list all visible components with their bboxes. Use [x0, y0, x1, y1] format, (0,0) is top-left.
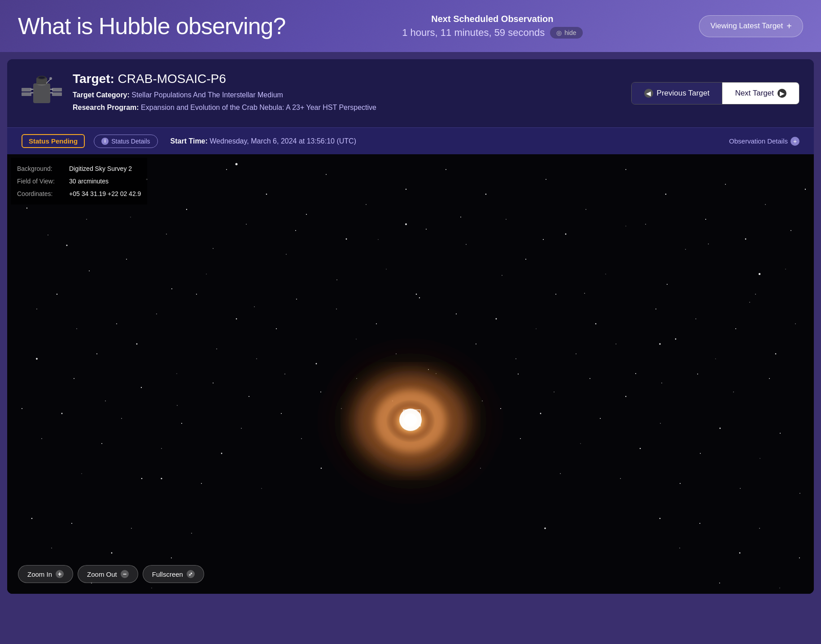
svg-point-129 [31, 518, 33, 519]
svg-point-126 [760, 458, 760, 458]
svg-point-103 [181, 423, 182, 424]
target-name: Target: CRAB-MOSAIC-P6 [73, 72, 376, 86]
status-bar: Status Pending i Status Details Start Ti… [7, 127, 814, 154]
starfield [7, 154, 814, 594]
svg-point-145 [799, 557, 800, 558]
svg-point-29 [286, 254, 286, 254]
svg-point-166 [554, 392, 554, 392]
svg-point-40 [506, 219, 506, 219]
svg-point-30 [306, 214, 307, 215]
fullscreen-button[interactable]: Fullscreen ⤢ [143, 565, 204, 583]
svg-point-167 [590, 378, 590, 379]
svg-point-73 [376, 323, 377, 324]
main-card: Target: CRAB-MOSAIC-P6 Target Category: … [7, 59, 814, 594]
svg-point-144 [779, 587, 780, 588]
hide-button[interactable]: ◎ hide [550, 27, 582, 39]
svg-point-21 [126, 259, 127, 260]
svg-point-133 [111, 553, 113, 554]
map-fov-row: Field of View: 30 arcminutes [17, 175, 141, 187]
zoom-out-label: Zoom Out [87, 570, 117, 578]
zoom-out-icon: − [121, 570, 129, 578]
svg-point-185 [543, 239, 544, 240]
svg-point-91 [735, 328, 736, 329]
svg-point-57 [57, 294, 57, 295]
target-navigation: ◀ Previous Target Next Target ▶ [631, 82, 799, 104]
target-text: Target: CRAB-MOSAIC-P6 Target Category: … [73, 72, 376, 115]
svg-point-182 [419, 297, 420, 298]
svg-point-146 [236, 163, 238, 165]
svg-point-97 [61, 413, 63, 414]
countdown-section: Next Scheduled Observation 1 hours, 11 m… [402, 14, 582, 39]
svg-point-153 [74, 378, 74, 379]
next-target-button[interactable]: Next Target ▶ [722, 83, 799, 104]
svg-point-135 [151, 587, 152, 588]
svg-point-52 [745, 239, 747, 240]
svg-point-176 [171, 288, 172, 289]
svg-point-84 [595, 323, 597, 325]
svg-point-77 [456, 313, 457, 314]
svg-point-75 [416, 294, 417, 295]
target-program: Research Program: Expansion and Evolutio… [73, 102, 376, 113]
svg-point-56 [36, 309, 37, 309]
svg-point-110 [321, 468, 322, 469]
svg-point-151 [36, 358, 38, 360]
start-time: Start Time: Wednesday, March 6, 2024 at … [170, 137, 356, 145]
map-background-row: Background: Digitized Sky Survey 2 [17, 162, 141, 175]
svg-point-173 [48, 235, 48, 235]
svg-point-92 [755, 294, 756, 295]
svg-point-121 [660, 423, 660, 423]
svg-point-61 [136, 344, 138, 345]
target-left: Target: CRAB-MOSAIC-P6 Target Category: … [22, 72, 376, 115]
zoom-in-label: Zoom In [27, 570, 52, 578]
viewing-latest-button[interactable]: Viewing Latest Target + [699, 15, 803, 37]
target-category: Target Category: Stellar Populations And… [73, 90, 376, 100]
svg-point-87 [655, 309, 656, 309]
svg-point-172 [769, 378, 770, 379]
svg-point-46 [625, 169, 626, 170]
svg-point-16 [26, 208, 27, 209]
svg-point-78 [476, 344, 476, 344]
svg-point-14 [49, 77, 52, 80]
svg-rect-0 [22, 88, 31, 91]
svg-point-68 [276, 328, 277, 329]
svg-point-47 [645, 224, 646, 225]
fov-label: Field of View: [17, 175, 66, 187]
svg-point-34 [386, 269, 386, 269]
background-label: Background: [17, 162, 66, 175]
observation-details-button[interactable]: Observation Details + [729, 137, 799, 146]
svg-point-50 [705, 219, 706, 220]
plus-icon: + [786, 21, 792, 31]
svg-point-18 [66, 245, 68, 246]
svg-point-53 [765, 204, 766, 205]
status-details-button[interactable]: i Status Details [94, 135, 157, 148]
svg-point-28 [266, 194, 267, 195]
svg-point-183 [460, 217, 461, 218]
svg-point-184 [502, 275, 502, 275]
svg-point-139 [679, 548, 680, 548]
svg-point-63 [176, 373, 177, 374]
svg-point-107 [261, 488, 262, 488]
svg-point-71 [336, 309, 337, 309]
svg-point-81 [536, 328, 536, 329]
svg-point-104 [201, 483, 202, 484]
svg-point-143 [759, 528, 760, 529]
svg-point-106 [241, 428, 242, 429]
svg-rect-1 [22, 92, 31, 96]
svg-point-120 [640, 448, 641, 449]
map-info-panel: Background: Digitized Sky Survey 2 Field… [11, 158, 147, 205]
svg-point-43 [565, 234, 567, 235]
page-header: What is Hubble observing? Next Scheduled… [0, 0, 821, 52]
zoom-in-button[interactable]: Zoom In + [18, 565, 73, 583]
svg-point-140 [699, 523, 700, 524]
svg-point-180 [336, 279, 337, 280]
countdown-display: 1 hours, 11 minutes, 59 seconds ◎ hide [402, 27, 582, 39]
svg-point-101 [141, 478, 143, 479]
previous-target-button[interactable]: ◀ Previous Target [632, 83, 723, 104]
svg-point-124 [720, 428, 721, 429]
svg-point-48 [665, 194, 667, 195]
svg-point-82 [555, 294, 556, 295]
zoom-out-button[interactable]: Zoom Out − [78, 565, 138, 583]
svg-point-199 [404, 413, 417, 426]
svg-point-150 [659, 343, 660, 344]
svg-point-42 [546, 179, 546, 180]
